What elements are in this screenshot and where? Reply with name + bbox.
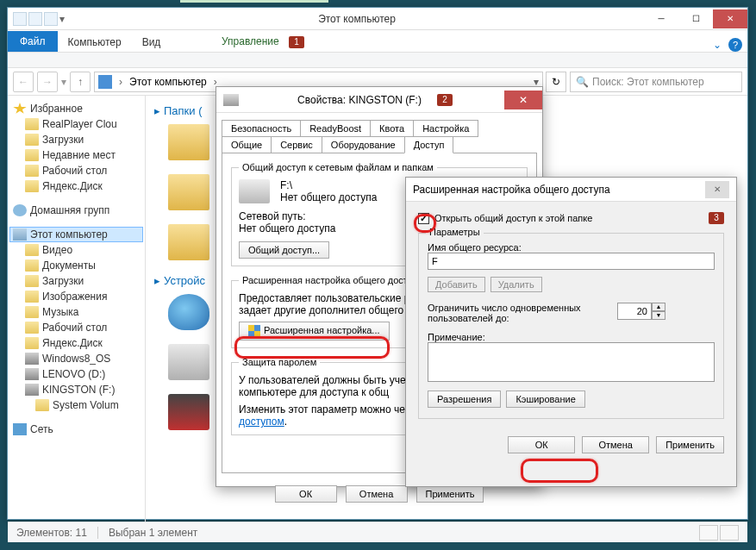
window-title: Этот компьютер [70, 13, 644, 25]
folder-icon [25, 275, 39, 287]
view-tiles-button[interactable] [720, 525, 739, 541]
tab-quota[interactable]: Квота [370, 120, 414, 137]
note-textarea[interactable] [428, 342, 715, 382]
sidebar-item[interactable]: KINGSTON (F:) [9, 382, 143, 397]
back-button[interactable]: ← [13, 72, 34, 92]
drive-icon [25, 384, 39, 396]
view-details-button[interactable] [699, 525, 718, 541]
close-button[interactable]: ✕ [713, 9, 747, 28]
sidebar-item[interactable]: Рабочий стол [9, 163, 143, 178]
history-dropdown-icon[interactable]: ▾ [61, 76, 66, 88]
folder-icon [25, 244, 39, 256]
tab-customize[interactable]: Настройка [413, 120, 478, 137]
tab-readyboost[interactable]: ReadyBoost [300, 120, 371, 137]
dialog-close-button[interactable]: ✕ [705, 181, 729, 198]
ok-button[interactable]: ОК [508, 436, 575, 453]
tab-general[interactable]: Общие [222, 136, 272, 153]
favorites-group[interactable]: Избранное [9, 101, 143, 116]
tab-file[interactable]: Файл [8, 31, 58, 52]
tab-computer[interactable]: Компьютер [58, 33, 132, 52]
location-pc-icon [98, 75, 112, 89]
ribbon-tabs: Файл Компьютер Вид Управление 1 ⌄ ? [8, 30, 747, 53]
drive-icon [168, 344, 209, 380]
cancel-button[interactable]: Отмена [582, 436, 649, 453]
refresh-button[interactable]: ↻ [546, 72, 566, 92]
minimize-button[interactable]: ─ [644, 9, 678, 28]
ribbon-body [8, 53, 747, 68]
skydrive-icon [168, 294, 209, 330]
app-icon [13, 12, 27, 26]
tab-view[interactable]: Вид [132, 33, 172, 52]
advanced-sharing-button[interactable]: Расширенная настройка... [239, 322, 390, 341]
add-button[interactable]: Добавить [428, 277, 485, 292]
sidebar-item[interactable]: Документы [9, 258, 143, 273]
apply-button[interactable]: Применить [656, 436, 724, 453]
folder-icon [25, 149, 39, 161]
apply-button[interactable]: Применить [416, 485, 484, 503]
status-bar: Элементов: 11 Выбран 1 элемент [8, 522, 747, 542]
share-status: Нет общего доступа [280, 191, 377, 203]
share-name-input[interactable] [428, 253, 715, 270]
sidebar-item[interactable]: System Volum [9, 397, 143, 413]
pc-icon [13, 228, 27, 241]
sidebar-item[interactable]: Музыка [9, 304, 143, 320]
titlebar: ▾ Средства работы с дисками Этот компьют… [8, 8, 747, 30]
qat-dropdown-icon[interactable]: ▾ [59, 13, 65, 25]
maximize-button[interactable]: ☐ [678, 9, 713, 28]
ribbon-expand-icon[interactable]: ⌄ [713, 39, 722, 51]
drive-icon [239, 179, 270, 203]
search-input[interactable]: 🔍 Поиск: Этот компьютер [570, 72, 742, 92]
network-group[interactable]: Сеть [9, 422, 143, 437]
folder-icon [25, 165, 39, 177]
tab-hardware[interactable]: Оборудование [322, 136, 405, 153]
sidebar-item[interactable]: Видео [9, 242, 143, 258]
chevron-right-icon[interactable]: › [116, 76, 126, 88]
tab-strip: Безопасность ReadyBoost Квота Настройка … [216, 113, 542, 153]
sidebar-item[interactable]: LENOVO (D:) [9, 366, 143, 382]
permissions-button[interactable]: Разрешения [428, 391, 501, 408]
share-folder-checkbox[interactable]: ✓ [418, 213, 429, 224]
homegroup-group[interactable]: Домашняя групп [9, 203, 143, 218]
sidebar-item[interactable]: Изображения [9, 289, 143, 304]
sidebar-item[interactable]: RealPlayer Clou [9, 116, 143, 132]
remove-button[interactable]: Удалить [490, 277, 542, 292]
folder-icon [25, 291, 39, 303]
hint-badge-2: 2 [437, 94, 453, 106]
ok-button[interactable]: ОК [275, 485, 337, 503]
dialog-titlebar: Расширенная настройка общего доступа ✕ [406, 178, 736, 202]
qat-properties-icon[interactable] [28, 12, 42, 26]
sidebar-item[interactable]: Яндекс.Диск [9, 335, 143, 351]
sidebar-item[interactable]: Windows8_OS [9, 351, 143, 366]
help-icon[interactable]: ? [728, 38, 742, 52]
search-icon: 🔍 [576, 76, 589, 88]
context-tab-header: Средства работы с дисками [180, 0, 328, 3]
limit-spinner[interactable]: ▲ ▼ [617, 303, 665, 320]
qat-newfolder-icon[interactable] [44, 12, 58, 26]
group-legend: Параметры [426, 227, 484, 237]
cancel-button[interactable]: Отмена [346, 485, 408, 503]
breadcrumb[interactable]: Этот компьютер [129, 76, 207, 88]
share-button[interactable]: Общий доступ... [239, 241, 329, 259]
tab-manage[interactable]: Управление 1 [211, 32, 315, 52]
spin-down-button[interactable]: ▼ [652, 311, 665, 320]
limit-input[interactable] [617, 303, 652, 320]
sidebar-item[interactable]: Загрузки [9, 132, 143, 147]
thispc-group[interactable]: Этот компьютер [9, 227, 143, 242]
dialog-close-button[interactable]: ✕ [504, 91, 542, 109]
up-button[interactable]: ↑ [70, 72, 91, 92]
forward-button[interactable]: → [37, 72, 58, 92]
dialog-title: Расширенная настройка общего доступа [413, 184, 705, 196]
tab-security[interactable]: Безопасность [222, 120, 301, 137]
folder-icon [168, 174, 209, 210]
hint-badge-3: 3 [709, 212, 724, 224]
sidebar-item[interactable]: Недавние мест [9, 147, 143, 163]
tab-sharing[interactable]: Доступ [404, 136, 454, 153]
sidebar-item[interactable]: Рабочий стол [9, 320, 143, 335]
status-selected: Выбран 1 элемент [109, 527, 197, 539]
search-placeholder: Поиск: Этот компьютер [592, 76, 704, 88]
caching-button[interactable]: Кэширование [506, 391, 584, 408]
sidebar-item[interactable]: Загрузки [9, 273, 143, 289]
sidebar-item[interactable]: Яндекс.Диск [9, 178, 143, 194]
tab-tools[interactable]: Сервис [271, 136, 322, 153]
spin-up-button[interactable]: ▲ [652, 303, 665, 311]
